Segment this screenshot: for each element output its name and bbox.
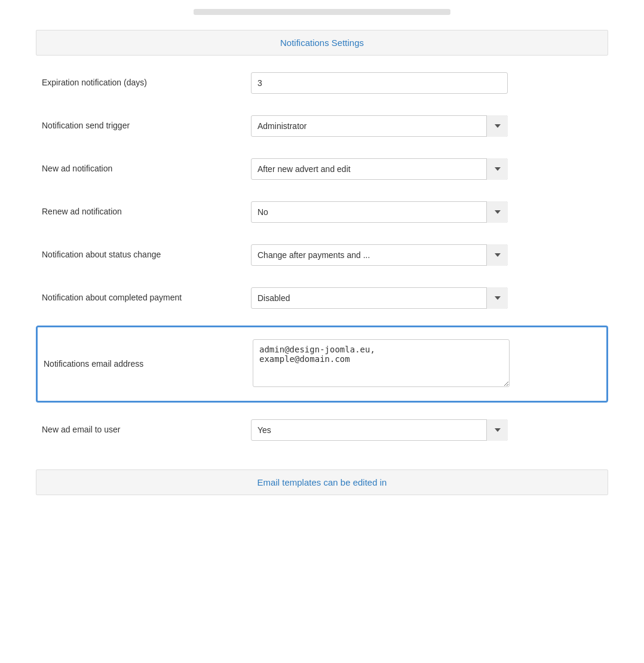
notification-completed-payment-select[interactable]: Disabled Enabled (251, 287, 508, 309)
notification-status-change-row: Notification about status change Change … (36, 234, 608, 277)
top-partial-bar (194, 9, 450, 15)
notification-send-trigger-wrapper: Administrator User Both (251, 115, 508, 137)
notification-status-change-select[interactable]: Change after payments and ... Always Dis… (251, 244, 508, 266)
expiration-notification-input[interactable] (251, 72, 508, 94)
notifications-email-label: Notifications email address (44, 358, 253, 370)
new-ad-notification-wrapper: After new advert and edit After new adve… (251, 158, 508, 180)
bottom-section-header: Email templates can be edited in (36, 469, 608, 495)
section-title: Notifications Settings (280, 38, 364, 48)
notification-send-trigger-row: Notification send trigger Administrator … (36, 105, 608, 148)
new-ad-notification-control: After new advert and edit After new adve… (251, 158, 602, 180)
bottom-section-title: Email templates can be edited in (257, 477, 387, 487)
new-ad-email-user-label: New ad email to user (42, 424, 251, 436)
notification-send-trigger-control: Administrator User Both (251, 115, 602, 137)
renew-ad-notification-wrapper: No Yes (251, 201, 508, 223)
page-wrapper: Notifications Settings Expiration notifi… (0, 0, 644, 495)
notification-completed-payment-label: Notification about completed payment (42, 292, 251, 304)
expiration-notification-row: Expiration notification (days) (36, 62, 608, 105)
new-ad-email-user-row: New ad email to user Yes No (36, 409, 608, 452)
top-partial (0, 0, 644, 18)
notifications-email-textarea[interactable]: admin@design-joomla.eu, example@domain.c… (253, 339, 510, 387)
expiration-notification-control (251, 72, 602, 94)
renew-ad-notification-control: No Yes (251, 201, 602, 223)
notification-completed-payment-wrapper: Disabled Enabled (251, 287, 508, 309)
new-ad-email-user-wrapper: Yes No (251, 419, 508, 441)
notification-completed-payment-control: Disabled Enabled (251, 287, 602, 309)
notification-send-trigger-label: Notification send trigger (42, 120, 251, 132)
section-header: Notifications Settings (36, 30, 608, 56)
notification-status-change-label: Notification about status change (42, 249, 251, 261)
renew-ad-notification-row: Renew ad notification No Yes (36, 191, 608, 234)
notifications-email-row: Notifications email address admin@design… (36, 326, 608, 403)
renew-ad-notification-select[interactable]: No Yes (251, 201, 508, 223)
notification-send-trigger-select[interactable]: Administrator User Both (251, 115, 508, 137)
new-ad-notification-row: New ad notification After new advert and… (36, 148, 608, 191)
settings-section: Expiration notification (days) Notificat… (36, 56, 608, 458)
notifications-email-control: admin@design-joomla.eu, example@domain.c… (253, 339, 600, 389)
notification-completed-payment-row: Notification about completed payment Dis… (36, 277, 608, 320)
new-ad-notification-label: New ad notification (42, 163, 251, 175)
notification-status-change-wrapper: Change after payments and ... Always Dis… (251, 244, 508, 266)
expiration-notification-label: Expiration notification (days) (42, 77, 251, 89)
notification-status-change-control: Change after payments and ... Always Dis… (251, 244, 602, 266)
new-ad-email-user-control: Yes No (251, 419, 602, 441)
new-ad-notification-select[interactable]: After new advert and edit After new adve… (251, 158, 508, 180)
new-ad-email-user-select[interactable]: Yes No (251, 419, 508, 441)
renew-ad-notification-label: Renew ad notification (42, 206, 251, 218)
